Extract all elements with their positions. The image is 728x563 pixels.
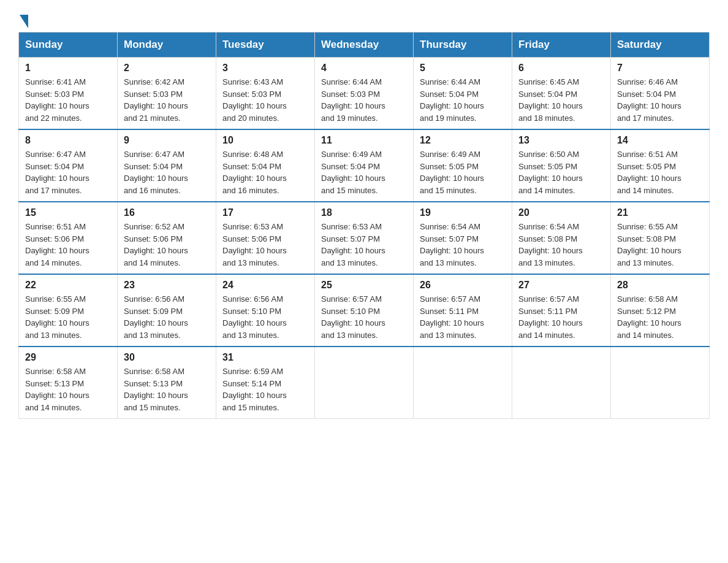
day-info: Sunrise: 6:44 AMSunset: 5:04 PMDaylight:… bbox=[420, 77, 484, 123]
day-info: Sunrise: 6:58 AMSunset: 5:12 PMDaylight:… bbox=[617, 294, 681, 340]
day-number: 17 bbox=[222, 207, 308, 218]
calendar-week-1: 1 Sunrise: 6:41 AMSunset: 5:03 PMDayligh… bbox=[19, 58, 710, 130]
day-number: 24 bbox=[222, 280, 308, 291]
day-info: Sunrise: 6:43 AMSunset: 5:03 PMDaylight:… bbox=[222, 77, 287, 123]
calendar-cell: 24 Sunrise: 6:56 AMSunset: 5:10 PMDaylig… bbox=[216, 274, 315, 347]
weekday-header-thursday: Thursday bbox=[414, 33, 512, 58]
calendar-week-5: 29 Sunrise: 6:58 AMSunset: 5:13 PMDaylig… bbox=[19, 347, 710, 419]
calendar-cell: 27 Sunrise: 6:57 AMSunset: 5:11 PMDaylig… bbox=[512, 274, 611, 347]
day-info: Sunrise: 6:57 AMSunset: 5:11 PMDaylight:… bbox=[420, 294, 484, 340]
day-number: 4 bbox=[321, 63, 407, 74]
calendar-cell: 31 Sunrise: 6:59 AMSunset: 5:14 PMDaylig… bbox=[216, 347, 315, 419]
day-info: Sunrise: 6:59 AMSunset: 5:14 PMDaylight:… bbox=[222, 367, 287, 412]
weekday-header-friday: Friday bbox=[512, 33, 611, 58]
day-info: Sunrise: 6:46 AMSunset: 5:04 PMDaylight:… bbox=[617, 77, 681, 123]
weekday-header-saturday: Saturday bbox=[611, 33, 710, 58]
calendar-cell: 23 Sunrise: 6:56 AMSunset: 5:09 PMDaylig… bbox=[118, 274, 216, 347]
calendar-cell: 20 Sunrise: 6:54 AMSunset: 5:08 PMDaylig… bbox=[512, 202, 611, 274]
weekday-header-sunday: Sunday bbox=[19, 33, 118, 58]
day-info: Sunrise: 6:41 AMSunset: 5:03 PMDaylight:… bbox=[25, 77, 89, 123]
day-info: Sunrise: 6:55 AMSunset: 5:09 PMDaylight:… bbox=[25, 294, 89, 340]
day-info: Sunrise: 6:44 AMSunset: 5:03 PMDaylight:… bbox=[321, 77, 385, 123]
day-info: Sunrise: 6:58 AMSunset: 5:13 PMDaylight:… bbox=[124, 367, 188, 412]
day-number: 5 bbox=[420, 63, 506, 74]
day-number: 12 bbox=[420, 135, 506, 146]
calendar-cell: 5 Sunrise: 6:44 AMSunset: 5:04 PMDayligh… bbox=[414, 58, 512, 130]
day-info: Sunrise: 6:45 AMSunset: 5:04 PMDaylight:… bbox=[518, 77, 583, 123]
day-info: Sunrise: 6:54 AMSunset: 5:07 PMDaylight:… bbox=[420, 222, 484, 267]
day-number: 3 bbox=[222, 63, 308, 74]
day-info: Sunrise: 6:49 AMSunset: 5:05 PMDaylight:… bbox=[420, 150, 484, 195]
calendar-cell: 18 Sunrise: 6:53 AMSunset: 5:07 PMDaylig… bbox=[315, 202, 414, 274]
day-number: 10 bbox=[222, 135, 308, 146]
day-info: Sunrise: 6:55 AMSunset: 5:08 PMDaylight:… bbox=[617, 222, 681, 267]
day-number: 1 bbox=[25, 63, 111, 74]
day-number: 21 bbox=[617, 207, 703, 218]
calendar-cell: 21 Sunrise: 6:55 AMSunset: 5:08 PMDaylig… bbox=[611, 202, 710, 274]
day-number: 28 bbox=[617, 280, 703, 291]
day-info: Sunrise: 6:50 AMSunset: 5:05 PMDaylight:… bbox=[518, 150, 583, 195]
day-number: 16 bbox=[124, 207, 210, 218]
day-number: 18 bbox=[321, 207, 407, 218]
calendar-cell: 9 Sunrise: 6:47 AMSunset: 5:04 PMDayligh… bbox=[118, 129, 216, 202]
day-number: 30 bbox=[124, 352, 210, 363]
day-number: 22 bbox=[25, 280, 111, 291]
calendar-cell: 29 Sunrise: 6:58 AMSunset: 5:13 PMDaylig… bbox=[19, 347, 118, 419]
calendar-cell: 2 Sunrise: 6:42 AMSunset: 5:03 PMDayligh… bbox=[118, 58, 216, 130]
day-info: Sunrise: 6:54 AMSunset: 5:08 PMDaylight:… bbox=[518, 222, 583, 267]
calendar-cell: 17 Sunrise: 6:53 AMSunset: 5:06 PMDaylig… bbox=[216, 202, 315, 274]
weekday-header-tuesday: Tuesday bbox=[216, 33, 315, 58]
calendar-cell: 1 Sunrise: 6:41 AMSunset: 5:03 PMDayligh… bbox=[19, 58, 118, 130]
calendar-cell: 26 Sunrise: 6:57 AMSunset: 5:11 PMDaylig… bbox=[414, 274, 512, 347]
day-number: 31 bbox=[222, 352, 308, 363]
calendar-cell: 15 Sunrise: 6:51 AMSunset: 5:06 PMDaylig… bbox=[19, 202, 118, 274]
day-info: Sunrise: 6:51 AMSunset: 5:05 PMDaylight:… bbox=[617, 150, 681, 195]
day-number: 13 bbox=[518, 135, 604, 146]
calendar-cell bbox=[611, 347, 710, 419]
day-info: Sunrise: 6:52 AMSunset: 5:06 PMDaylight:… bbox=[124, 222, 188, 267]
calendar-cell: 11 Sunrise: 6:49 AMSunset: 5:04 PMDaylig… bbox=[315, 129, 414, 202]
calendar-week-4: 22 Sunrise: 6:55 AMSunset: 5:09 PMDaylig… bbox=[19, 274, 710, 347]
calendar-cell: 19 Sunrise: 6:54 AMSunset: 5:07 PMDaylig… bbox=[414, 202, 512, 274]
calendar-cell: 22 Sunrise: 6:55 AMSunset: 5:09 PMDaylig… bbox=[19, 274, 118, 347]
calendar-cell: 13 Sunrise: 6:50 AMSunset: 5:05 PMDaylig… bbox=[512, 129, 611, 202]
logo bbox=[18, 12, 28, 26]
day-number: 27 bbox=[518, 280, 604, 291]
calendar-cell bbox=[414, 347, 512, 419]
calendar-cell: 7 Sunrise: 6:46 AMSunset: 5:04 PMDayligh… bbox=[611, 58, 710, 130]
day-number: 7 bbox=[617, 63, 703, 74]
calendar-cell: 14 Sunrise: 6:51 AMSunset: 5:05 PMDaylig… bbox=[611, 129, 710, 202]
day-info: Sunrise: 6:42 AMSunset: 5:03 PMDaylight:… bbox=[124, 77, 188, 123]
calendar-cell: 10 Sunrise: 6:48 AMSunset: 5:04 PMDaylig… bbox=[216, 129, 315, 202]
day-number: 8 bbox=[25, 135, 111, 146]
calendar-header-row: SundayMondayTuesdayWednesdayThursdayFrid… bbox=[19, 33, 710, 58]
calendar-cell: 12 Sunrise: 6:49 AMSunset: 5:05 PMDaylig… bbox=[414, 129, 512, 202]
weekday-header-monday: Monday bbox=[118, 33, 216, 58]
calendar-cell bbox=[315, 347, 414, 419]
day-info: Sunrise: 6:47 AMSunset: 5:04 PMDaylight:… bbox=[124, 150, 188, 195]
day-info: Sunrise: 6:57 AMSunset: 5:11 PMDaylight:… bbox=[518, 294, 583, 340]
day-info: Sunrise: 6:47 AMSunset: 5:04 PMDaylight:… bbox=[25, 150, 89, 195]
day-info: Sunrise: 6:53 AMSunset: 5:07 PMDaylight:… bbox=[321, 222, 385, 267]
day-number: 20 bbox=[518, 207, 604, 218]
day-info: Sunrise: 6:53 AMSunset: 5:06 PMDaylight:… bbox=[222, 222, 287, 267]
day-info: Sunrise: 6:48 AMSunset: 5:04 PMDaylight:… bbox=[222, 150, 287, 195]
day-number: 14 bbox=[617, 135, 703, 146]
calendar-cell: 25 Sunrise: 6:57 AMSunset: 5:10 PMDaylig… bbox=[315, 274, 414, 347]
calendar-cell bbox=[512, 347, 611, 419]
calendar-table: SundayMondayTuesdayWednesdayThursdayFrid… bbox=[18, 32, 710, 419]
day-info: Sunrise: 6:56 AMSunset: 5:10 PMDaylight:… bbox=[222, 294, 287, 340]
calendar-cell: 3 Sunrise: 6:43 AMSunset: 5:03 PMDayligh… bbox=[216, 58, 315, 130]
day-number: 19 bbox=[420, 207, 506, 218]
day-info: Sunrise: 6:58 AMSunset: 5:13 PMDaylight:… bbox=[25, 367, 89, 412]
day-number: 25 bbox=[321, 280, 407, 291]
day-info: Sunrise: 6:49 AMSunset: 5:04 PMDaylight:… bbox=[321, 150, 385, 195]
day-number: 15 bbox=[25, 207, 111, 218]
day-number: 26 bbox=[420, 280, 506, 291]
logo-triangle-icon bbox=[20, 15, 28, 28]
page-header bbox=[18, 12, 710, 26]
calendar-cell: 28 Sunrise: 6:58 AMSunset: 5:12 PMDaylig… bbox=[611, 274, 710, 347]
day-number: 9 bbox=[124, 135, 210, 146]
weekday-header-wednesday: Wednesday bbox=[315, 33, 414, 58]
day-info: Sunrise: 6:57 AMSunset: 5:10 PMDaylight:… bbox=[321, 294, 385, 340]
